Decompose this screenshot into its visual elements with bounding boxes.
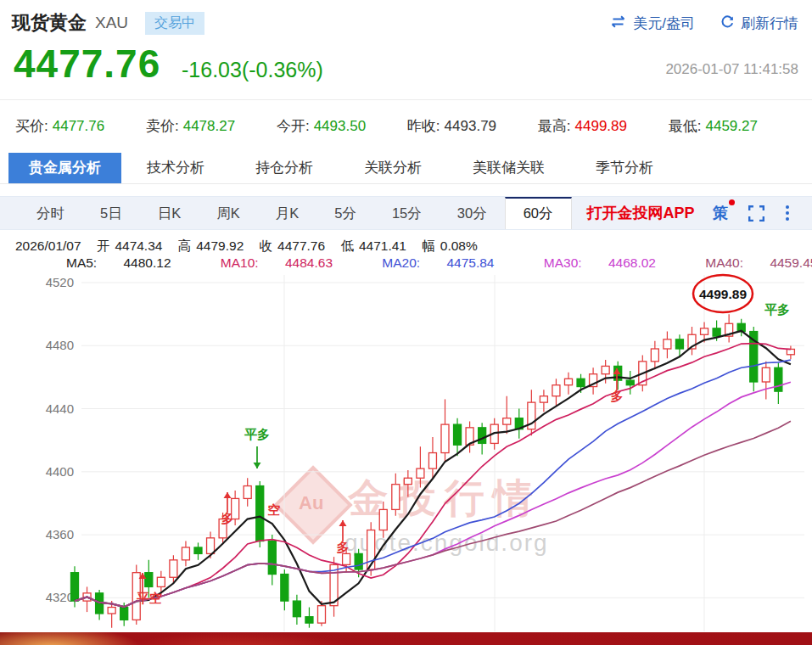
ma20-value: MA20: 4475.84 — [382, 255, 517, 270]
gold-quote-page: 现货黄金 XAU 交易中 美元/盎司 刷新行情 4477.76 -16.03(-… — [0, 0, 812, 645]
trade-signal-label: 平多 — [764, 302, 790, 317]
instrument-header: 现货黄金 XAU 交易中 — [12, 10, 204, 36]
unit-toggle-button[interactable]: 美元/盎司 — [609, 14, 695, 33]
header-actions: 美元/盎司 刷新行情 — [609, 14, 798, 33]
bar-low: 4471.41 — [359, 238, 406, 253]
instrument-name: 现货黄金 — [12, 10, 87, 36]
refresh-quotes-button[interactable]: 刷新行情 — [720, 14, 798, 33]
candle-body — [651, 349, 658, 362]
timeframe-weekly-k[interactable]: 周K — [199, 197, 258, 229]
trade-signal-label: 平空 — [137, 591, 162, 605]
refresh-icon — [720, 14, 735, 33]
ma-values-line: MA5: 4480.12 MA10: 4484.63 MA20: 4475.84… — [66, 255, 812, 271]
last-price: 4477.76 — [14, 41, 160, 87]
tab-fed-correlation[interactable]: 美联储关联 — [447, 153, 570, 183]
candle-body — [170, 560, 177, 577]
candle-body — [479, 428, 486, 444]
candle-body — [207, 538, 215, 554]
signal-arrow-head — [254, 463, 261, 468]
trade-signal-label: 多 — [611, 389, 624, 403]
high-price: 最高:4499.89 — [538, 116, 627, 136]
y-axis-label: 4400 — [46, 464, 74, 479]
low-price: 最低:4459.27 — [669, 116, 758, 136]
tab-precious-metal-analysis[interactable]: 贵金属分析 — [8, 153, 121, 183]
instrument-symbol: XAU — [95, 14, 128, 32]
analysis-tab-bar: 贵金属分析 技术分析 持仓分析 关联分析 美联储关联 季节分析 — [0, 153, 812, 184]
candle-body — [454, 424, 462, 445]
candle-body — [305, 617, 313, 623]
peak-price-label: 4499.89 — [699, 287, 747, 301]
open-price: 今开:4493.50 — [277, 116, 366, 136]
y-axis-label: 4360 — [46, 527, 74, 541]
open-app-link[interactable]: 打开金投网APP — [587, 197, 695, 229]
bar-close: 4477.76 — [277, 238, 325, 253]
strategy-button[interactable]: 策 — [713, 203, 728, 223]
trade-signal-label: 空 — [268, 502, 281, 517]
bar-open: 4474.34 — [115, 238, 162, 253]
candle-body — [428, 453, 436, 469]
bar-high: 4479.92 — [196, 238, 244, 253]
timeframe-tick[interactable]: 分时 — [19, 197, 82, 229]
timeframe-30min[interactable]: 30分 — [440, 197, 505, 229]
candle-body — [675, 339, 683, 349]
candle-body — [145, 573, 153, 587]
candle-body — [775, 367, 782, 391]
candle-body — [713, 328, 720, 336]
candle-body — [577, 379, 585, 386]
candle-body — [404, 478, 412, 484]
candle-body — [281, 575, 288, 602]
y-axis-label: 4440 — [46, 401, 74, 416]
candle-body — [120, 608, 128, 620]
tab-technical-analysis[interactable]: 技术分析 — [121, 153, 230, 183]
candle-body — [762, 367, 770, 382]
header-divider — [0, 99, 812, 100]
candlestick-chart[interactable]: 452044804440440043604320平多多空平空多多平多4499.8… — [0, 272, 812, 635]
candle-body — [355, 553, 362, 569]
candle-body — [379, 509, 387, 530]
bar-range: 0.08% — [440, 238, 478, 253]
candle-body — [194, 547, 202, 553]
candle-body — [343, 553, 350, 564]
candle-body — [293, 601, 300, 617]
candle-body — [552, 385, 560, 396]
ma-line-20 — [75, 360, 791, 607]
fullscreen-icon[interactable] — [748, 205, 764, 222]
candle-body — [540, 396, 547, 402]
more-options-icon[interactable] — [785, 205, 790, 222]
candle-body — [268, 541, 276, 575]
timeframe-daily-k[interactable]: 日K — [140, 197, 199, 229]
candle-body — [417, 468, 424, 478]
candle-body — [71, 573, 79, 601]
y-axis-label: 4520 — [46, 275, 74, 289]
timeframe-5min[interactable]: 5分 — [316, 197, 374, 229]
ma40-value: MA40: 4459.45 — [705, 255, 812, 270]
quote-timestamp: 2026-01-07 11:41:58 — [665, 61, 798, 78]
bid-price: 买价:4477.76 — [15, 116, 104, 136]
tab-season-analysis[interactable]: 季节分析 — [570, 153, 679, 183]
candle-body — [108, 608, 115, 614]
ohlc-info-line: 2026/01/07 开4474.34 高4479.92 收4477.76 低4… — [15, 238, 490, 255]
signal-arrow-head — [339, 520, 347, 526]
bottom-ad-banner[interactable] — [0, 632, 812, 645]
timeframe-monthly-k[interactable]: 月K — [258, 197, 317, 229]
candle-body — [441, 424, 449, 452]
timeframe-15min[interactable]: 15分 — [374, 197, 440, 229]
signal-arrow-head — [224, 492, 232, 498]
candle-body — [157, 577, 165, 586]
tab-correlation-analysis[interactable]: 关联分析 — [339, 153, 447, 183]
candle-body — [664, 339, 671, 349]
ma5-value: MA5: 4480.12 — [66, 255, 194, 270]
candle-body — [256, 486, 264, 541]
bar-date: 2026/01/07 — [15, 238, 81, 253]
unit-toggle-label: 美元/盎司 — [633, 14, 695, 33]
timeframe-60min[interactable]: 60分 — [505, 197, 572, 229]
tab-position-analysis[interactable]: 持仓分析 — [230, 153, 339, 183]
candle-body — [626, 380, 634, 385]
candle-body — [565, 379, 573, 384]
trade-signal-label: 平多 — [244, 427, 270, 441]
timeframe-5d[interactable]: 5日 — [82, 197, 140, 229]
timeframe-bar: 分时 5日 日K 周K 月K 5分 15分 30分 60分 打开金投网APP 策 — [0, 196, 812, 230]
candle-body — [787, 349, 794, 354]
notification-dot — [729, 199, 735, 205]
candle-body — [244, 486, 251, 499]
